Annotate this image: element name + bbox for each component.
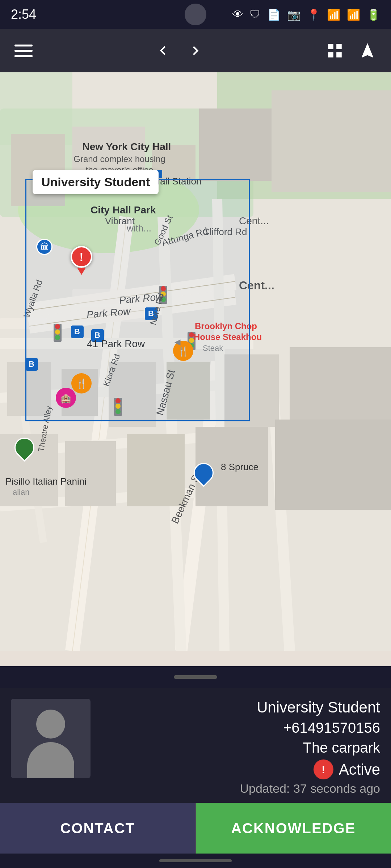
nav-home-bar: [0, 854, 391, 868]
status-alert-icon: !: [314, 760, 333, 779]
destination-marker: [14, 438, 34, 458]
avatar: [11, 699, 91, 778]
svg-rect-1: [14, 50, 33, 52]
person-info: University Student +61491570156 The carp…: [0, 688, 391, 803]
toolbar-right: [322, 38, 380, 63]
avatar-body: [27, 742, 74, 778]
person-details: University Student +61491570156 The carp…: [91, 699, 380, 796]
svg-text:New York City Hall: New York City Hall: [83, 141, 171, 152]
back-button[interactable]: [150, 38, 176, 63]
forward-button[interactable]: [183, 38, 208, 63]
menu-button[interactable]: [11, 38, 36, 63]
avatar-head: [36, 710, 65, 739]
toolbar: [0, 29, 391, 72]
signal-icon: 📶: [347, 8, 360, 21]
svg-rect-11: [199, 109, 272, 181]
person-location: The carpark: [101, 740, 380, 756]
map-tooltip: University Student: [33, 170, 159, 194]
svg-rect-38: [275, 420, 391, 510]
svg-text:Pisillo Italian Panini: Pisillo Italian Panini: [5, 476, 87, 487]
svg-text:alian: alian: [13, 488, 29, 497]
drag-bar: [174, 675, 217, 679]
svg-rect-12: [272, 90, 391, 192]
person-status-row: ! Active: [101, 760, 380, 779]
drag-handle[interactable]: [0, 666, 391, 688]
acknowledge-button[interactable]: ACKNOWLEDGE: [196, 803, 391, 854]
map-container[interactable]: B B B B 🍴 🍴 🏨 ◄ Attunga Rd Clifford Rd C…: [0, 72, 391, 651]
home-bar: [159, 859, 232, 862]
grid-button[interactable]: [322, 38, 348, 63]
tower-marker: 🏛: [36, 239, 52, 255]
home-indicator-area: [185, 4, 206, 25]
navigation-button[interactable]: [355, 38, 380, 63]
svg-rect-36: [127, 434, 185, 506]
home-indicator: [185, 4, 206, 25]
avatar-silhouette: [22, 702, 80, 775]
battery-icon: 🔋: [367, 8, 380, 21]
file-icon: 📄: [267, 8, 281, 21]
status-bar: 2:54 👁 🛡 📄 📷 📍 📶 📶 🔋: [0, 0, 391, 29]
svg-rect-35: [65, 441, 116, 506]
eye-icon: 👁: [232, 8, 243, 21]
person-name: University Student: [101, 699, 380, 716]
svg-rect-33: [290, 347, 391, 427]
nav-buttons: [150, 38, 208, 63]
location-icon: 📍: [307, 8, 320, 21]
alert-marker[interactable]: !: [71, 246, 92, 275]
contact-button[interactable]: CONTACT: [0, 803, 196, 854]
person-status: Active: [339, 761, 380, 778]
map-selection: [25, 179, 250, 421]
person-updated: Updated: 37 seconds ago: [101, 782, 380, 796]
svg-text:Grand complex housing: Grand complex housing: [73, 154, 165, 164]
shield-icon: 🛡: [250, 8, 261, 21]
bottom-panel: University Student +61491570156 The carp…: [0, 666, 391, 868]
status-time: 2:54: [11, 7, 36, 22]
status-icons: 👁 🛡 📄 📷 📍 📶 📶 🔋: [232, 8, 380, 21]
screenshot-icon: 📷: [287, 8, 300, 21]
svg-rect-2: [14, 55, 33, 57]
action-buttons: CONTACT ACKNOWLEDGE: [0, 803, 391, 854]
location-marker: [194, 463, 214, 483]
svg-text:8 Spruce: 8 Spruce: [221, 461, 258, 472]
svg-rect-0: [14, 44, 33, 46]
wifi-icon: 📶: [327, 8, 340, 21]
person-phone: +61491570156: [101, 720, 380, 736]
